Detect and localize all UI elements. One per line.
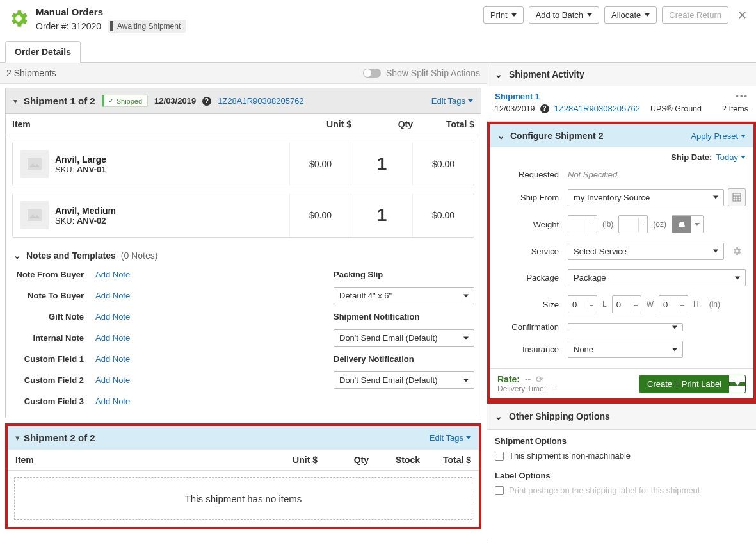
- delivery-notification-select[interactable]: Don't Send Email (Default): [334, 371, 474, 389]
- activity-item-count: 2 Items: [722, 104, 748, 113]
- print-button[interactable]: Print: [483, 6, 524, 24]
- shipments-summary-row: 2 Shipments Show Split Ship Actions: [0, 63, 487, 84]
- apply-preset-link[interactable]: Apply Preset: [691, 131, 746, 141]
- activity-service: UPS® Ground: [650, 104, 702, 113]
- shipment-1-header[interactable]: ▾ Shipment 1 of 2 ✓ Shipped 12/03/2019 ?…: [5, 88, 481, 114]
- item-unit-price: $0.00: [289, 193, 351, 237]
- shipment-1-date: 12/03/2019: [154, 96, 196, 106]
- custom-field-2-label: Custom Field 2: [12, 375, 95, 385]
- package-select[interactable]: Package: [568, 269, 746, 286]
- delivery-notification-label: Delivery Notification: [334, 354, 474, 364]
- shipment-activity-item: Shipment 1 ••• 12/03/2019 ? 1Z28A1R90308…: [487, 86, 756, 122]
- tabs: Order Details: [0, 40, 756, 63]
- col-total: Total $: [420, 455, 471, 465]
- store-name: Manual Orders: [36, 6, 186, 17]
- ship-date-value[interactable]: Today: [716, 152, 746, 162]
- header-actions: Print Add to Batch Allocate Create Retur…: [483, 6, 747, 24]
- add-to-batch-button[interactable]: Add to Batch: [529, 6, 599, 24]
- calculator-icon[interactable]: [728, 188, 746, 206]
- configure-shipment-panel: ⌄ Configure Shipment 2 Apply Preset Ship…: [487, 122, 756, 401]
- shipment-2-header[interactable]: ▾ Shipment 2 of 2 Edit Tags: [8, 426, 479, 450]
- notes-section-toggle[interactable]: ⌄ Notes and Templates (0 Notes): [6, 244, 481, 267]
- confirmation-select[interactable]: [568, 323, 683, 331]
- item-qty: 1: [351, 193, 412, 237]
- activity-tracking-link[interactable]: 1Z28A1R90308205762: [554, 104, 640, 113]
- split-ship-label: Show Split Ship Actions: [386, 68, 480, 78]
- checkbox-icon[interactable]: [495, 452, 504, 461]
- caret-down-icon: [587, 13, 592, 17]
- more-menu-icon[interactable]: •••: [736, 92, 748, 101]
- oz-unit: (oz): [653, 220, 666, 229]
- size-length-input[interactable]: 0: [568, 295, 597, 313]
- shipment-notification-select[interactable]: Don't Send Email (Default): [334, 329, 474, 347]
- shipment-2-title: Shipment 2 of 2: [24, 432, 95, 443]
- other-shipping-options-title: Other Shipping Options: [509, 411, 610, 421]
- caret-down-icon: [468, 99, 473, 102]
- configure-title: Configure Shipment 2: [510, 131, 603, 141]
- item-name: Anvil, Medium: [55, 206, 116, 216]
- shipment-1-tracking-link[interactable]: 1Z28A1R90308205762: [218, 96, 303, 106]
- rate-label: Rate:: [497, 374, 520, 384]
- service-settings-icon[interactable]: [728, 242, 746, 260]
- add-note-from-buyer[interactable]: Add Note: [95, 270, 130, 279]
- edit-tags-link[interactable]: Edit Tags: [431, 96, 473, 106]
- caret-down-icon: [741, 135, 746, 138]
- service-select[interactable]: Select Service: [568, 243, 724, 260]
- close-icon[interactable]: ✕: [737, 8, 747, 22]
- check-icon: ✓: [108, 97, 114, 105]
- tab-order-details[interactable]: Order Details: [5, 41, 81, 63]
- scale-button[interactable]: [672, 215, 704, 233]
- other-shipping-options-header[interactable]: ⌄ Other Shipping Options: [487, 404, 756, 430]
- insurance-select[interactable]: None: [568, 341, 683, 358]
- scale-icon: [677, 220, 686, 229]
- order-identity: Order #: 312020 Awaiting Shipment: [36, 20, 186, 33]
- allocate-button[interactable]: Allocate: [604, 6, 657, 24]
- gift-note-label: Gift Note: [12, 312, 95, 322]
- caret-down-icon: [511, 13, 517, 17]
- ship-date-label: Ship Date:: [671, 152, 712, 162]
- header-left: Manual Orders Order #: 312020 Awaiting S…: [8, 6, 186, 33]
- chevron-down-icon: ⌄: [497, 131, 505, 141]
- svg-rect-0: [28, 158, 42, 170]
- add-gift-note[interactable]: Add Note: [95, 312, 130, 322]
- size-width-input[interactable]: 0: [612, 295, 641, 313]
- caret-down-icon[interactable]: [729, 382, 745, 386]
- svg-rect-2: [733, 193, 741, 201]
- shipment-options-title: Shipment Options: [495, 436, 748, 446]
- delivery-time-label: Delivery Time:: [497, 384, 546, 393]
- weight-lb-input[interactable]: [568, 215, 597, 233]
- shipment-2-items-header: Item Unit $ Qty Stock Total $: [8, 450, 479, 471]
- checkbox-icon[interactable]: [495, 486, 504, 495]
- weight-oz-input[interactable]: [618, 215, 648, 233]
- col-unit: Unit $: [266, 455, 318, 465]
- shipment-2-panel: ▾ Shipment 2 of 2 Edit Tags Item Unit $ …: [5, 423, 481, 529]
- add-custom-field-1[interactable]: Add Note: [95, 354, 130, 364]
- item-row: Anvil, Large SKU: ANV-01 $0.00 1 $0.00: [12, 142, 474, 186]
- shipped-text: Shipped: [117, 97, 142, 105]
- shipment-notification-label: Shipment Notification: [334, 312, 474, 322]
- add-note-to-buyer[interactable]: Add Note: [95, 291, 130, 300]
- add-custom-field-2[interactable]: Add Note: [95, 375, 130, 385]
- help-icon[interactable]: ?: [540, 104, 549, 113]
- non-machinable-row[interactable]: This shipment is non-machinable: [495, 451, 748, 461]
- add-internal-note[interactable]: Add Note: [95, 333, 130, 343]
- insurance-label: Insurance: [497, 345, 559, 354]
- help-icon[interactable]: ?: [202, 97, 211, 106]
- image-placeholder-icon: [28, 158, 42, 170]
- size-dim-unit: (in): [709, 300, 720, 309]
- refresh-icon[interactable]: ⟳: [536, 374, 543, 384]
- shipment-activity-header[interactable]: ⌄ Shipment Activity: [487, 63, 756, 86]
- packing-slip-select[interactable]: Default 4" x 6": [334, 287, 474, 304]
- split-ship-toggle[interactable]: [363, 69, 381, 78]
- configure-header[interactable]: ⌄ Configure Shipment 2 Apply Preset: [490, 124, 753, 147]
- item-qty: 1: [351, 142, 412, 186]
- ship-from-select[interactable]: my Inventory Source: [568, 189, 724, 206]
- edit-tags-link[interactable]: Edit Tags: [430, 433, 471, 443]
- print-postage-row[interactable]: Print postage on the shipping label for …: [495, 486, 748, 495]
- configure-form: Requested Not Specified Ship From my Inv…: [490, 167, 753, 368]
- shipment-activity-link[interactable]: Shipment 1: [495, 92, 540, 101]
- item-total: $0.00: [412, 193, 474, 237]
- create-print-label-button[interactable]: Create + Print Label: [639, 375, 746, 393]
- add-custom-field-3[interactable]: Add Note: [95, 396, 130, 406]
- size-height-input[interactable]: 0: [659, 295, 688, 313]
